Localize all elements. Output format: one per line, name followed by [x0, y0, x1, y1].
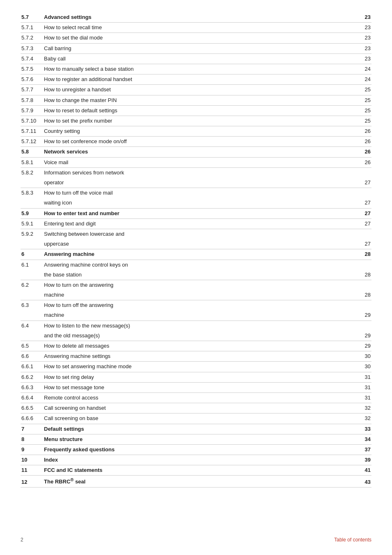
row-number: 5.7.2 [21, 33, 43, 43]
row-title: Index [43, 455, 357, 465]
row-number: 5.7.9 [21, 105, 43, 116]
row-page: 27 [357, 239, 371, 249]
table-row: 5.7 Advanced settings 23 [21, 12, 371, 23]
row-title: How to reset to default settings [43, 105, 357, 116]
row-number: 5.7.8 [21, 95, 43, 105]
row-number [21, 198, 43, 208]
table-row: waiting icon 27 [21, 198, 371, 208]
row-page: 23 [357, 12, 371, 23]
row-page: 27 [357, 208, 371, 218]
row-number: 6.6.1 [21, 362, 43, 372]
table-row: 9 Frequently asked questions 37 [21, 444, 371, 455]
row-number: 5.8.1 [21, 157, 43, 167]
row-page: 41 [357, 465, 371, 476]
row-title: How to change the master PIN [43, 95, 357, 105]
row-title: Frequently asked questions [43, 444, 357, 455]
row-number [21, 331, 43, 341]
row-title: uppercase [43, 239, 357, 249]
row-number: 6.6.4 [21, 392, 43, 403]
row-title: FCC and IC statements [43, 465, 357, 476]
table-row: 5.8.3 How to turn off the voice mail [21, 188, 371, 198]
row-page: 23 [357, 23, 371, 33]
table-row: 6.6.1 How to set answering machine mode … [21, 362, 371, 372]
row-number: 5.8.2 [21, 167, 43, 178]
row-title: How to enter text and number [43, 208, 357, 218]
table-row: 5.7.7 How to unregister a handset 25 [21, 85, 371, 95]
row-number: 5.7.4 [21, 53, 43, 64]
row-title: operator [43, 178, 357, 188]
row-page [357, 167, 371, 178]
row-title: How to register an additional handset [43, 74, 357, 85]
table-row: 5.8.2 Information services from network [21, 167, 371, 178]
row-title: Menu structure [43, 434, 357, 444]
row-title: How to delete all messages [43, 341, 357, 351]
row-page: 43 [357, 476, 371, 488]
table-row: 5.9 How to enter text and number 27 [21, 208, 371, 218]
row-page: 26 [357, 137, 371, 147]
table-row: 5.7.4 Baby call 23 [21, 53, 371, 64]
footer: 2 Table of contents [0, 537, 392, 543]
footer-page: 2 [21, 537, 23, 543]
row-page: 32 [357, 403, 371, 413]
row-number: 12 [21, 476, 43, 488]
row-number: 7 [21, 424, 43, 434]
row-title: How to unregister a handset [43, 85, 357, 95]
row-page: 23 [357, 33, 371, 43]
row-number: 5.9 [21, 208, 43, 218]
table-row: 10 Index 39 [21, 455, 371, 465]
row-title: Call screening on base [43, 413, 357, 424]
table-row: 6.5 How to delete all messages 29 [21, 341, 371, 351]
row-title: Information services from network [43, 167, 357, 178]
row-title: and the old message(s) [43, 331, 357, 341]
table-row: 6.3 How to turn off the answering [21, 300, 371, 311]
row-page [357, 188, 371, 198]
table-row: 5.7.9 How to reset to default settings 2… [21, 105, 371, 116]
row-number [21, 270, 43, 280]
row-page [357, 300, 371, 311]
row-page: 28 [357, 270, 371, 280]
table-row: the base station 28 [21, 270, 371, 280]
table-row: 5.7.10 How to set the prefix number 25 [21, 116, 371, 126]
row-title: Default settings [43, 424, 357, 434]
row-title: Answering machine settings [43, 351, 357, 362]
table-row: 5.7.2 How to set the dial mode 23 [21, 33, 371, 43]
row-page: 29 [357, 341, 371, 351]
row-page: 27 [357, 218, 371, 229]
row-title: Network services [43, 147, 357, 157]
row-number: 6.6.5 [21, 403, 43, 413]
row-title: How to select recall time [43, 23, 357, 33]
table-row: 5.7.1 How to select recall time 23 [21, 23, 371, 33]
row-number: 5.7.12 [21, 137, 43, 147]
table-row: 6.6.3 How to set message tone 31 [21, 382, 371, 392]
row-page: 26 [357, 157, 371, 167]
table-row: 5.9.2 Switching between lowercase and [21, 229, 371, 239]
row-page: 29 [357, 310, 371, 320]
row-number: 5.7.10 [21, 116, 43, 126]
row-title: How to turn off the voice mail [43, 188, 357, 198]
table-row: 5.7.3 Call barring 23 [21, 43, 371, 53]
row-page: 27 [357, 198, 371, 208]
toc-table: 5.7 Advanced settings 23 5.7.1 How to se… [21, 12, 371, 488]
row-number: 6.5 [21, 341, 43, 351]
table-row: 5.8 Network services 26 [21, 147, 371, 157]
row-title: Voice mail [43, 157, 357, 167]
row-page: 32 [357, 413, 371, 424]
row-page [357, 320, 371, 331]
row-page: 25 [357, 85, 371, 95]
row-number: 5.7 [21, 12, 43, 23]
row-page: 28 [357, 249, 371, 260]
row-page: 37 [357, 444, 371, 455]
row-title: Call barring [43, 43, 357, 53]
row-title: How to set message tone [43, 382, 357, 392]
table-row: 6.4 How to listen to the new message(s) [21, 320, 371, 331]
row-page: 25 [357, 105, 371, 116]
row-page: 31 [357, 382, 371, 392]
row-number: 6.6 [21, 351, 43, 362]
row-page: 30 [357, 351, 371, 362]
row-number [21, 239, 43, 249]
row-page [357, 280, 371, 290]
row-title: Remote control access [43, 392, 357, 403]
table-row: 5.7.5 How to manually select a base stat… [21, 64, 371, 74]
row-page: 33 [357, 424, 371, 434]
table-row: 6.1 Answering machine control keys on [21, 260, 371, 270]
